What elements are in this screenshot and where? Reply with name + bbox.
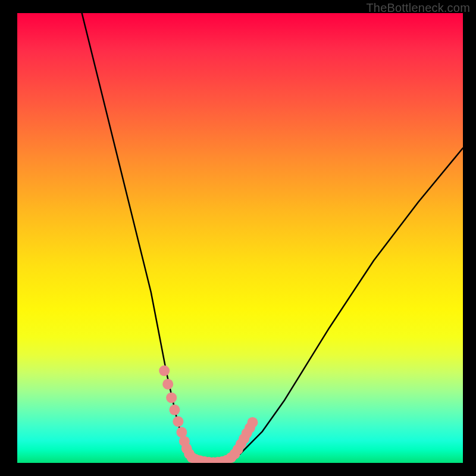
bottleneck-curve [82, 13, 463, 463]
watermark-text: TheBottleneck.com [366, 1, 470, 15]
curve-layer [17, 13, 463, 463]
highlight-dots-left-dot [159, 365, 170, 376]
highlight-dots-left-dot [173, 416, 183, 427]
highlight-dots-left-dot [166, 392, 177, 403]
highlight-dots-left-dot [162, 379, 173, 390]
plot-area [17, 13, 463, 463]
chart-frame: TheBottleneck.com [0, 0, 476, 476]
highlight-dots-left-dot [176, 427, 187, 438]
highlight-dots-left-dot [169, 405, 180, 415]
highlight-dots-right-dot [247, 417, 258, 428]
